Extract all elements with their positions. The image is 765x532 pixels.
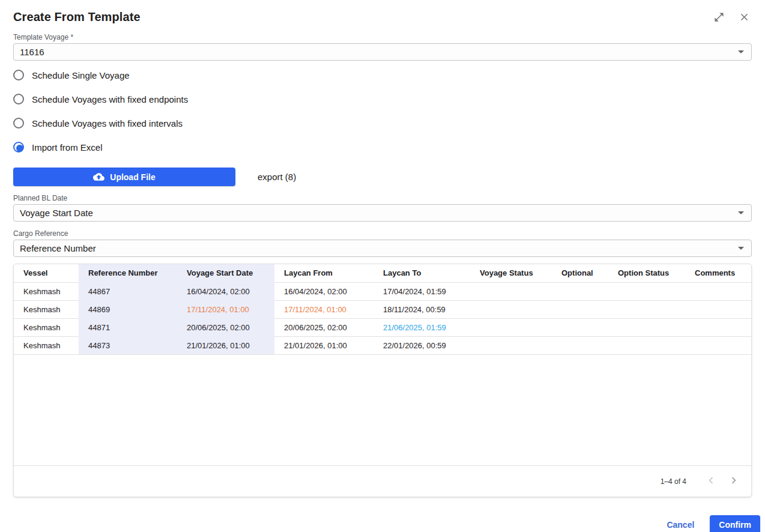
cell-option-status: [608, 300, 685, 318]
create-from-template-dialog: Create From Template Template Voyage * 1…: [0, 0, 765, 532]
column-header-comments[interactable]: Comments: [685, 264, 752, 282]
cell-voyage-status: [470, 336, 552, 354]
next-page-button[interactable]: [725, 473, 743, 491]
cell-option-status: [608, 336, 685, 354]
column-header-laycan-from[interactable]: Laycan From: [274, 264, 373, 282]
cell-voyage-status: [470, 300, 552, 318]
cell-option-status: [608, 318, 685, 336]
grid-empty-area: [14, 355, 751, 466]
cell-reference-number: 44867: [79, 282, 177, 300]
planned-bl-date-select[interactable]: Voyage Start Date: [13, 204, 752, 222]
cell-laycan-from: 17/11/2024, 01:00: [274, 300, 373, 318]
column-header-optional[interactable]: Optional: [552, 264, 608, 282]
table-row[interactable]: Keshmash 44867 16/04/2024, 02:00 16/04/2…: [14, 282, 752, 300]
cell-laycan-to: 22/01/2026, 00:59: [373, 336, 470, 354]
radio-label: Schedule Voyages with fixed endpoints: [32, 94, 188, 104]
column-header-vessel[interactable]: Vessel: [14, 264, 79, 282]
cell-laycan-to: 18/11/2024, 00:59: [373, 300, 470, 318]
cell-laycan-from: 21/01/2026, 01:00: [274, 336, 373, 354]
radio-label: Schedule Single Voyage: [32, 70, 130, 80]
cloud-upload-icon: [93, 171, 104, 183]
radio-unselected-icon: [13, 70, 24, 80]
cargo-reference-label: Cargo Reference: [13, 229, 752, 238]
cell-laycan-from: 16/04/2024, 02:00: [274, 282, 373, 300]
chevron-down-icon: [738, 247, 744, 250]
chevron-left-icon: [704, 474, 718, 489]
confirm-button[interactable]: Confirm: [710, 515, 760, 532]
grid-pagination: 1–4 of 4: [14, 465, 751, 497]
cell-voyage-start-date: 16/04/2024, 02:00: [177, 282, 274, 300]
table-header-row: Vessel Reference Number Voyage Start Dat…: [14, 264, 752, 282]
pagination-range-label: 1–4 of 4: [661, 477, 686, 486]
radio-unselected-icon: [13, 118, 24, 128]
cell-optional: [552, 300, 608, 318]
cell-vessel: Keshmash: [14, 336, 79, 354]
upload-row: Upload File export (8): [13, 168, 752, 186]
chevron-down-icon: [738, 211, 744, 214]
cancel-button[interactable]: Cancel: [662, 516, 699, 532]
radio-import-from-excel[interactable]: Import from Excel: [13, 141, 752, 153]
dialog-actions: Cancel Confirm: [13, 515, 760, 532]
table-row[interactable]: Keshmash 44873 21/01/2026, 01:00 21/01/2…: [14, 336, 752, 354]
cell-comments: [685, 336, 752, 354]
cell-vessel: Keshmash: [14, 282, 79, 300]
cell-voyage-status: [470, 318, 552, 336]
table-row[interactable]: Keshmash 44869 17/11/2024, 01:00 17/11/2…: [14, 300, 752, 318]
open-in-full-icon: [713, 11, 725, 23]
column-header-voyage-start-date[interactable]: Voyage Start Date: [177, 264, 274, 282]
cell-voyage-start-date: 21/01/2026, 01:00: [177, 336, 274, 354]
cell-voyage-start-date: 20/06/2025, 02:00: [177, 318, 274, 336]
cell-voyage-status: [470, 282, 552, 300]
column-header-voyage-status[interactable]: Voyage Status: [470, 264, 552, 282]
cell-vessel: Keshmash: [14, 318, 79, 336]
cargo-reference-value: Reference Number: [20, 243, 738, 253]
cell-voyage-start-date: 17/11/2024, 01:00: [177, 300, 274, 318]
cargo-reference-select[interactable]: Reference Number: [13, 240, 752, 257]
voyages-table: Vessel Reference Number Voyage Start Dat…: [14, 264, 752, 355]
cell-optional: [552, 336, 608, 354]
radio-selected-icon: [13, 142, 24, 153]
column-header-laycan-to[interactable]: Laycan To: [373, 264, 470, 282]
cell-laycan-to: 17/04/2024, 01:59: [373, 282, 470, 300]
cell-laycan-to: 21/06/2025, 01:59: [373, 318, 470, 336]
dialog-title: Create From Template: [13, 10, 711, 24]
planned-bl-date-value: Voyage Start Date: [20, 208, 738, 218]
column-header-reference-number[interactable]: Reference Number: [79, 264, 177, 282]
template-voyage-label: Template Voyage *: [13, 33, 752, 41]
cell-option-status: [608, 282, 685, 300]
previous-page-button[interactable]: [702, 473, 720, 491]
close-icon: [739, 11, 750, 23]
cell-comments: [685, 300, 752, 318]
export-file-text: export (8): [258, 172, 296, 182]
voyages-data-grid: Vessel Reference Number Voyage Start Dat…: [13, 264, 752, 497]
cell-vessel: Keshmash: [14, 300, 79, 318]
radio-schedule-fixed-intervals[interactable]: Schedule Voyages with fixed intervals: [13, 117, 752, 129]
close-dialog-button[interactable]: [736, 10, 752, 25]
cell-optional: [552, 318, 608, 336]
radio-label: Import from Excel: [32, 142, 103, 153]
expand-dialog-button[interactable]: [711, 10, 727, 25]
upload-file-label: Upload File: [110, 172, 155, 182]
planned-bl-date-label: Planned BL Date: [13, 194, 752, 202]
radio-label: Schedule Voyages with fixed intervals: [32, 118, 183, 128]
dialog-header: Create From Template: [13, 0, 752, 25]
cell-comments: [685, 318, 752, 336]
cell-reference-number: 44869: [79, 300, 177, 318]
radio-unselected-icon: [13, 94, 24, 104]
radio-schedule-fixed-endpoints[interactable]: Schedule Voyages with fixed endpoints: [13, 93, 752, 105]
column-header-option-status[interactable]: Option Status: [608, 264, 685, 282]
schedule-mode-radio-group: Schedule Single Voyage Schedule Voyages …: [13, 69, 752, 153]
chevron-right-icon: [727, 474, 740, 489]
table-row[interactable]: Keshmash 44871 20/06/2025, 02:00 20/06/2…: [14, 318, 752, 336]
template-voyage-value: 11616: [20, 47, 738, 57]
cell-reference-number: 44871: [79, 318, 177, 336]
radio-schedule-single-voyage[interactable]: Schedule Single Voyage: [13, 69, 752, 81]
cell-comments: [685, 282, 752, 300]
chevron-down-icon: [738, 50, 744, 53]
cell-optional: [552, 282, 608, 300]
template-voyage-select[interactable]: 11616: [13, 43, 752, 61]
cell-laycan-from: 20/06/2025, 02:00: [274, 318, 373, 336]
cell-reference-number: 44873: [79, 336, 177, 354]
upload-file-button[interactable]: Upload File: [13, 168, 235, 186]
